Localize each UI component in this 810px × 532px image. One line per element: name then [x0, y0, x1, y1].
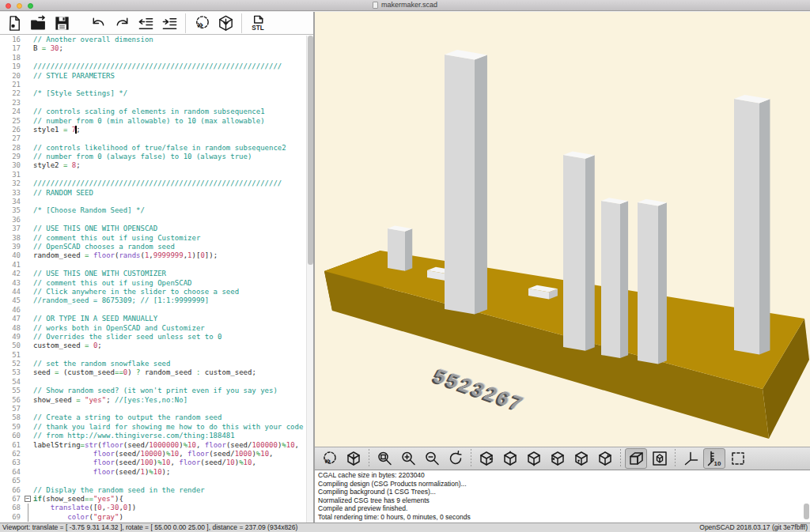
- console-scrollbar-thumb[interactable]: [804, 504, 809, 519]
- line-number: 24: [0, 108, 24, 116]
- code-line[interactable]: 18: [0, 54, 313, 62]
- code-line[interactable]: 57: [0, 405, 313, 413]
- fold-margin: [24, 333, 33, 341]
- view-axes-button[interactable]: [679, 448, 702, 469]
- zoom-in-button[interactable]: [397, 448, 419, 469]
- render-button[interactable]: [214, 13, 237, 34]
- open-file-button[interactable]: [26, 13, 50, 34]
- code-line[interactable]: 39// OpenSCAD chooses a random seed: [0, 243, 313, 251]
- view-left-button[interactable]: [547, 448, 569, 469]
- render-button[interactable]: [343, 448, 365, 469]
- code-line[interactable]: 29// number from 0 (always false) to 10 …: [0, 153, 313, 161]
- view-right-button[interactable]: [475, 448, 498, 469]
- code-line[interactable]: 69 color("gray"): [0, 513, 313, 522]
- code-line[interactable]: 31: [0, 171, 313, 179]
- code-line[interactable]: 65: [0, 477, 313, 485]
- reset-view-button[interactable]: [445, 448, 467, 469]
- code-line[interactable]: 45//random_seed = 8675309; // [1:1:99999…: [0, 296, 313, 305]
- view-all-button[interactable]: [727, 448, 749, 469]
- code-line[interactable]: 33// RANDOM SEED: [0, 189, 313, 198]
- view-orthogonal-button[interactable]: [649, 448, 671, 469]
- line-number: 53: [0, 368, 24, 377]
- redo-button[interactable]: [110, 13, 134, 34]
- code-line[interactable]: 64 floor(seed/1)%10);: [0, 468, 313, 477]
- code-line[interactable]: 38// comment this out if using Customize…: [0, 234, 313, 243]
- code-line[interactable]: 68 translate([0,-30,0]): [0, 504, 313, 512]
- code-line[interactable]: 63 floor(seed/100)%10, floor(seed/10)%10…: [0, 458, 313, 467]
- line-number: 51: [0, 351, 24, 360]
- code-line[interactable]: 22/* [Style Settings] */: [0, 89, 313, 98]
- window-title: makermaker.scad: [0, 1, 810, 9]
- fold-marker-icon[interactable]: −: [25, 496, 31, 502]
- code-line[interactable]: 44// Click anywhere in the slider to cho…: [0, 288, 313, 296]
- code-line[interactable]: 36: [0, 216, 313, 224]
- title-bar[interactable]: makermaker.scad: [0, 0, 810, 11]
- code-line[interactable]: 23: [0, 99, 313, 108]
- export-stl-icon: STL: [249, 14, 267, 32]
- unindent-button[interactable]: [134, 13, 157, 34]
- code-line[interactable]: 17B = 30;: [0, 44, 313, 53]
- code-line[interactable]: 27: [0, 134, 313, 143]
- console-line: Normalized CSG tree has 9 elements: [318, 496, 807, 505]
- code-line[interactable]: 53seed = (custom_seed==0) ? random_seed …: [0, 368, 313, 377]
- code-line[interactable]: 49// Overrides the slider seed unless se…: [0, 333, 313, 341]
- code-line[interactable]: 50custom_seed = 0;: [0, 341, 313, 350]
- code-line[interactable]: 46: [0, 306, 313, 315]
- fold-margin: [24, 153, 33, 161]
- code-line[interactable]: 48// works both in OpenSCAD and Customiz…: [0, 324, 313, 333]
- view-scale-markers-button[interactable]: 10: [703, 448, 725, 469]
- code-line[interactable]: 67−if(show_seed=="yes"){: [0, 495, 313, 504]
- code-line[interactable]: 28// controls likelihood of true/false i…: [0, 144, 313, 153]
- view-top-button[interactable]: [499, 448, 521, 469]
- code-line[interactable]: 59// thank you laird for showing me how …: [0, 423, 313, 432]
- view-front-button[interactable]: [570, 448, 592, 469]
- export-stl-button[interactable]: STL: [246, 13, 270, 34]
- code-line[interactable]: 54: [0, 378, 313, 387]
- view-perspective-button[interactable]: [625, 448, 647, 469]
- indent-button[interactable]: [157, 13, 181, 34]
- editor-scrollbar[interactable]: [306, 36, 313, 523]
- preview-button[interactable]: »: [190, 13, 214, 34]
- code-line[interactable]: 62 floor(seed/10000)%10, floor(seed/1000…: [0, 450, 313, 458]
- code-line[interactable]: 30style2 = 8;: [0, 161, 313, 170]
- code-line[interactable]: 43// comment this out if using OpenSCAD: [0, 279, 313, 288]
- code-line[interactable]: 60// from http://www.thingiverse.com/thi…: [0, 432, 313, 440]
- code-line[interactable]: 21: [0, 81, 313, 89]
- code-line[interactable]: 25// number from 0 (min allowable) to 10…: [0, 117, 313, 126]
- code-line[interactable]: 55// Show random seed? (it won't print e…: [0, 387, 313, 395]
- undo-button[interactable]: [86, 13, 110, 34]
- code-line[interactable]: 51: [0, 351, 313, 360]
- code-line[interactable]: 42// USE THIS ONE WITH CUSTOMIZER: [0, 270, 313, 278]
- preview-button[interactable]: »: [319, 448, 341, 469]
- view-back-button[interactable]: [594, 448, 616, 469]
- code-line[interactable]: 56show_seed = "yes"; //[yes:Yes,no:No]: [0, 396, 313, 405]
- zoom-all-button[interactable]: [373, 448, 396, 469]
- code-editor[interactable]: 16// Another overall dimension17B = 30;1…: [0, 36, 313, 523]
- code-line[interactable]: 26style1 = 7;: [0, 126, 313, 134]
- code-line[interactable]: 40random_seed = floor(rands(1,9999999,1)…: [0, 251, 313, 260]
- editor-scrollbar-thumb[interactable]: [308, 36, 313, 265]
- code-line[interactable]: 37// USE THIS ONE WITH OPENSCAD: [0, 224, 313, 233]
- code-line[interactable]: 34: [0, 198, 313, 206]
- new-file-button[interactable]: [2, 13, 26, 34]
- view-bottom-button[interactable]: [523, 448, 545, 469]
- fold-margin: [24, 189, 33, 198]
- 3d-viewport[interactable]: 5523267: [315, 12, 810, 447]
- code-line[interactable]: 20// STYLE PARAMETERS: [0, 72, 313, 81]
- code-line[interactable]: 66// Display the random seed in the rend…: [0, 486, 313, 495]
- save-file-button[interactable]: [50, 13, 74, 34]
- code-line[interactable]: 24// controls scaling of elements in ran…: [0, 108, 313, 116]
- line-number: 44: [0, 288, 24, 296]
- code-line[interactable]: 41: [0, 261, 313, 270]
- zoom-out-button[interactable]: [421, 448, 443, 469]
- code-line[interactable]: 16// Another overall dimension: [0, 36, 313, 44]
- code-line[interactable]: 47// OR TYPE IN A SEED MANUALLY: [0, 315, 313, 323]
- zoom-in-icon: [399, 450, 417, 467]
- code-line[interactable]: 52// set the random snowflake seed: [0, 360, 313, 368]
- code-line[interactable]: 19//////////////////////////////////////…: [0, 62, 313, 71]
- code-line[interactable]: 32//////////////////////////////////////…: [0, 179, 313, 188]
- code-line[interactable]: 58// Create a string to output the rando…: [0, 413, 313, 422]
- code-line[interactable]: 61labelString=str(floor(seed/1000000)%10…: [0, 441, 313, 450]
- code-line[interactable]: 35/* [Choose Random Seed] */: [0, 206, 313, 215]
- line-number: 28: [0, 144, 24, 153]
